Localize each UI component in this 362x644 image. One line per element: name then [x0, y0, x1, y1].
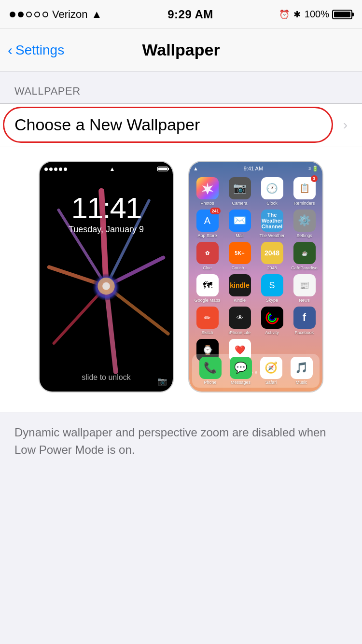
2048-icon: 2048 — [261, 242, 283, 264]
clue-label: Clue — [203, 266, 212, 270]
app-icon-weather[interactable]: The Weather Channel The Weather — [258, 210, 286, 238]
app-icon-appstore[interactable]: A 241 App Store — [193, 210, 222, 238]
clock-label: Clock — [266, 201, 278, 206]
messages-dock-icon: 💬 — [230, 357, 252, 379]
wallpaper-section: Choose a New Wallpaper › — [0, 103, 362, 146]
app-icon-settings[interactable]: ⚙️ Settings — [290, 210, 319, 238]
ld5 — [64, 168, 67, 171]
app-icon-couchsurfing[interactable]: 5K+ Couch... — [225, 242, 254, 270]
photos-label: Photos — [200, 201, 214, 206]
app-icon-mail[interactable]: ✉️ Mail — [225, 210, 254, 238]
app-icon-kindle[interactable]: kindle Kindle — [225, 274, 254, 303]
home-screen: ▲ 9:41 AM 3🔋 Photos 📷 Camera 🕐 — [189, 162, 322, 392]
app-icon-iphonelife[interactable]: 👁 iPhone Life — [225, 307, 254, 335]
couchsurfing-icon: 5K+ — [229, 242, 251, 264]
dock-music[interactable]: 🎵 Music — [291, 357, 313, 385]
lock-wifi-icon: ▲ — [110, 166, 115, 172]
app-icon-photos[interactable]: Photos — [193, 177, 222, 206]
lock-screen: ▲ — [40, 162, 173, 392]
app-icon-cafe[interactable]: ☕ CafeParadiso — [290, 242, 319, 270]
weather-label: The Weather — [260, 233, 285, 238]
app-icon-skitch[interactable]: ✏ Skitch — [193, 307, 222, 335]
cafe-label: CafeParadiso — [291, 266, 318, 270]
photos-icon — [196, 177, 219, 199]
skitch-label: Skitch — [201, 330, 213, 335]
news-icon: 📰 — [293, 274, 316, 296]
camera-icon: 📷 — [229, 177, 251, 199]
app-icon-reminders[interactable]: 📋 3 Reminders — [290, 177, 319, 206]
app-icon-news[interactable]: 📰 News — [290, 274, 319, 303]
choose-wallpaper-row[interactable]: Choose a New Wallpaper › — [0, 104, 362, 146]
bluetooth-icon: ✱ — [293, 9, 301, 20]
activity-icon — [261, 307, 283, 329]
app-icon-skype[interactable]: S Skype — [258, 274, 286, 303]
skype-label: Skype — [266, 298, 278, 303]
appstore-badge: 241 — [210, 208, 220, 214]
signal-dot-3 — [26, 12, 32, 17]
home-wifi-icon: ▲ — [193, 166, 198, 171]
dock-safari[interactable]: 🧭 Safari — [260, 357, 282, 385]
app-icon-camera[interactable]: 📷 Camera — [225, 177, 254, 206]
preview-section: ▲ — [0, 146, 362, 412]
svg-point-14 — [270, 315, 275, 320]
fb-label: Facebook — [295, 330, 314, 335]
signal-dot-2 — [18, 12, 24, 17]
app-icon-activity[interactable]: Activity — [258, 307, 286, 335]
gmaps-icon: 🗺 — [196, 274, 219, 296]
reminders-icon: 📋 3 — [293, 177, 316, 199]
clue-icon: ✿ — [196, 242, 219, 264]
lock-battery — [157, 167, 168, 171]
weather-icon: The Weather Channel — [261, 210, 283, 232]
mail-icon: ✉️ — [229, 210, 251, 232]
signal-dot-4 — [34, 12, 40, 17]
dock-phone[interactable]: 📞 Phone — [199, 357, 222, 385]
home-screen-preview[interactable]: ▲ 9:41 AM 3🔋 Photos 📷 Camera 🕐 — [188, 161, 323, 392]
lock-signal-dots — [44, 168, 67, 171]
couchsurfing-label: Couch... — [232, 266, 248, 270]
signal-dot-5 — [42, 12, 48, 17]
lock-camera-icon: 📷 — [157, 377, 167, 386]
alarm-icon: ⏰ — [279, 9, 290, 20]
app-icon-clue[interactable]: ✿ Clue — [193, 242, 222, 270]
iphonelife-icon: 👁 — [229, 307, 251, 329]
skitch-icon: ✏ — [196, 307, 219, 329]
lock-screen-preview[interactable]: ▲ — [39, 161, 174, 392]
safari-dock-label: Safari — [265, 380, 277, 385]
info-section: Dynamic wallpaper and perspective zoom a… — [0, 412, 362, 459]
nav-bar: ‹ Settings Wallpaper — [0, 29, 362, 71]
choose-chevron-icon: › — [343, 117, 348, 133]
ld4 — [59, 168, 62, 171]
home-status-bar: ▲ 9:41 AM 3🔋 — [189, 162, 322, 175]
reminders-badge: 3 — [311, 175, 318, 182]
app-icon-2048[interactable]: 2048 2048 — [258, 242, 286, 270]
dock-messages[interactable]: 💬 Messages — [230, 357, 252, 385]
messages-dock-label: Messages — [231, 380, 251, 385]
camera-label: Camera — [232, 201, 247, 206]
app-icon-fb[interactable]: f Facebook — [290, 307, 319, 335]
signal-dots — [10, 12, 48, 17]
status-left: Verizon ▲ — [10, 8, 102, 21]
home-time: 9:41 AM — [244, 166, 263, 171]
info-text: Dynamic wallpaper and perspective zoom a… — [14, 424, 348, 459]
music-dock-label: Music — [296, 380, 307, 385]
app-icon-gmaps[interactable]: 🗺 Google Maps — [193, 274, 222, 303]
back-button[interactable]: ‹ Settings — [8, 42, 64, 58]
status-time: 9:29 AM — [167, 8, 213, 21]
reminders-label: Reminders — [294, 201, 315, 206]
fb-icon: f — [293, 307, 316, 329]
kindle-label: Kindle — [234, 298, 246, 303]
back-label: Settings — [15, 42, 64, 58]
dock: 📞 Phone 💬 Messages 🧭 Safari 🎵 Music — [192, 354, 320, 388]
appstore-icon: A 241 — [196, 210, 219, 232]
music-dock-icon: 🎵 — [291, 357, 313, 379]
back-chevron-icon: ‹ — [8, 42, 13, 58]
appstore-label: App Store — [197, 233, 217, 238]
wifi-icon: ▲ — [91, 8, 102, 21]
app-icon-clock[interactable]: 🕐 Clock — [258, 177, 286, 206]
iphonelife-label: iPhone Life — [229, 330, 251, 335]
ld1 — [44, 168, 48, 171]
signal-dot-1 — [10, 12, 15, 17]
phone-dock-icon: 📞 — [199, 357, 222, 379]
news-label: News — [299, 298, 310, 303]
clock-icon: 🕐 — [261, 177, 283, 199]
